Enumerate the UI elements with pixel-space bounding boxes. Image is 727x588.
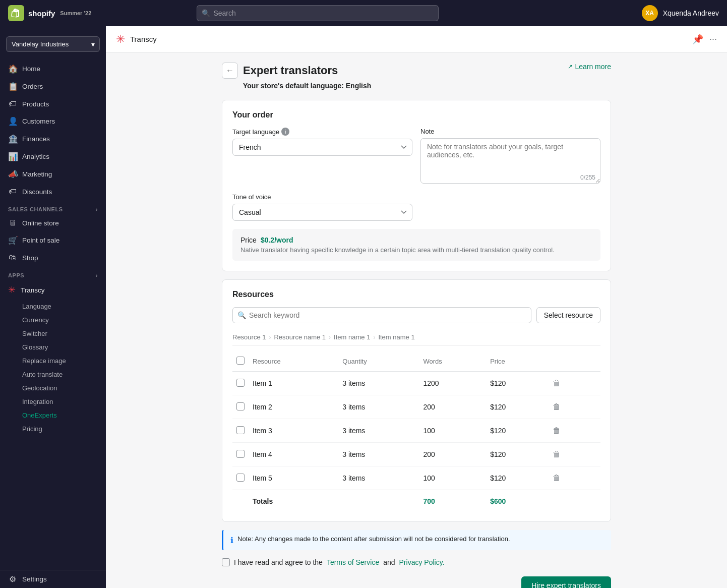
sidebar-sub-glossary[interactable]: Glossary [0, 340, 106, 354]
row-checkbox-3[interactable] [236, 450, 245, 458]
row-name-2: Item 3 [249, 419, 338, 443]
tos-link[interactable]: Terms of Service [327, 558, 379, 566]
row-checkbox-0[interactable] [236, 379, 245, 387]
sidebar-item-products[interactable]: 🏷 Products [0, 95, 106, 112]
learn-more-link[interactable]: ↗ Learn more [568, 63, 611, 71]
order-card: Your order Target language i French Note [222, 100, 611, 271]
sidebar-item-label: Analytics [22, 153, 49, 160]
customers-icon: 👤 [8, 116, 17, 126]
sidebar-sub-switcher[interactable]: Switcher [0, 327, 106, 340]
app-header-actions: 📌 ··· [692, 34, 717, 45]
row-checkbox-4[interactable] [236, 474, 245, 482]
back-button[interactable]: ← [222, 63, 238, 79]
sidebar-item-finances[interactable]: 🏦 Finances [0, 130, 106, 148]
delete-row-btn-4[interactable]: 🗑 [550, 473, 564, 484]
col-quantity: Quantity [338, 351, 419, 372]
user-name: Xquenda Andreev [663, 9, 719, 17]
sidebar-item-analytics[interactable]: 📊 Analytics [0, 148, 106, 165]
breadcrumb-item-4: Item name 1 [378, 333, 414, 341]
select-all-checkbox[interactable] [236, 357, 245, 365]
delete-row-btn-0[interactable]: 🗑 [550, 378, 564, 389]
sidebar-item-label: Shop [22, 254, 38, 262]
breadcrumb-sep-3: › [373, 334, 375, 341]
sidebar-item-discounts[interactable]: 🏷 Discounts [0, 183, 106, 200]
more-options-icon[interactable]: ··· [709, 34, 717, 44]
sidebar-item-label: Products [22, 100, 49, 108]
breadcrumb-sep-2: › [329, 334, 331, 341]
sidebar-sub-replace-image[interactable]: Replace image [0, 354, 106, 368]
sidebar-item-home[interactable]: 🏠 Home [0, 60, 106, 78]
breadcrumb-sep-1: › [269, 334, 271, 341]
delete-row-btn-3[interactable]: 🗑 [550, 449, 564, 460]
store-select-dropdown[interactable]: Vandelay Industries [6, 36, 100, 52]
sidebar-item-label: Customers [22, 117, 55, 125]
apps-arrow[interactable]: › [96, 272, 98, 278]
privacy-policy-link[interactable]: Privacy Policy. [399, 558, 445, 566]
note-textarea[interactable] [420, 138, 600, 184]
row-quantity-1: 3 items [338, 395, 419, 419]
sidebar: Vandelay Industries 🏠 Home 📋 Orders 🏷 Pr… [0, 26, 106, 588]
delete-row-btn-1[interactable]: 🗑 [550, 401, 564, 413]
submit-area: Hire expert translators [222, 576, 611, 588]
store-selector[interactable]: Vandelay Industries [6, 36, 100, 52]
external-link-icon: ↗ [568, 63, 573, 70]
col-price: Price [486, 351, 545, 372]
row-quantity-0: 3 items [338, 372, 419, 395]
page-content-area: ← Expert translators ↗ Learn more Your s… [210, 52, 623, 588]
select-resource-button[interactable]: Select resource [536, 307, 600, 323]
table-row: Item 2 3 items 200 $120 🗑 [232, 395, 600, 419]
analytics-icon: 📊 [8, 152, 17, 161]
target-language-select[interactable]: French [232, 139, 412, 156]
sidebar-sub-geolocation[interactable]: Geolocation [0, 381, 106, 395]
sidebar-sub-pricing[interactable]: Pricing [0, 422, 106, 436]
sidebar-item-point-of-sale[interactable]: 🛒 Point of sale [0, 231, 106, 249]
brand-logo-area: shopify Summer '22 [8, 5, 91, 21]
submission-note: ℹ Note: Any changes made to the content … [222, 530, 611, 550]
table-header-row: Resource Quantity Words Price [232, 351, 600, 372]
sidebar-sub-integration[interactable]: Integration [0, 395, 106, 408]
subtitle-lang: English [346, 82, 372, 90]
totals-words: 700 [419, 490, 487, 512]
col-words: Words [419, 351, 487, 372]
avatar[interactable]: XA [642, 5, 658, 21]
row-price-2: $120 [486, 419, 545, 443]
search-input[interactable] [197, 5, 439, 21]
sidebar-sub-language[interactable]: Language [0, 300, 106, 313]
finances-icon: 🏦 [8, 134, 17, 144]
target-language-info-icon[interactable]: i [281, 128, 289, 136]
terms-checkbox[interactable] [222, 558, 230, 566]
delete-row-btn-2[interactable]: 🗑 [550, 425, 564, 436]
sidebar-item-label: Home [22, 65, 40, 73]
row-price-4: $120 [486, 466, 545, 490]
sidebar-item-shop[interactable]: 🛍 Shop [0, 249, 106, 266]
resource-search-wrap: 🔍 [232, 307, 531, 323]
row-checkbox-2[interactable] [236, 426, 245, 434]
season-badge: Summer '22 [60, 10, 91, 16]
note-text: Note: Any changes made to the content af… [237, 535, 510, 543]
sidebar-item-marketing[interactable]: 📣 Marketing [0, 165, 106, 183]
row-quantity-4: 3 items [338, 466, 419, 490]
sidebar-sub-one-experts[interactable]: OneExperts [0, 408, 106, 422]
transcy-icon: ✳ [8, 284, 16, 296]
sidebar-item-online-store[interactable]: 🖥 Online store [0, 214, 106, 231]
sidebar-item-transcy[interactable]: ✳ Transcy [0, 280, 106, 300]
sidebar-sub-auto-translate[interactable]: Auto translate [0, 368, 106, 381]
sidebar-item-customers[interactable]: 👤 Customers [0, 112, 106, 130]
products-icon: 🏷 [8, 99, 17, 108]
resources-table: Resource Quantity Words Price Item 1 3 i… [232, 351, 600, 511]
transcy-app-icon: ✳ [116, 33, 125, 46]
resource-search-input[interactable] [232, 307, 531, 323]
row-words-0: 1200 [419, 372, 487, 395]
target-language-label: Target language i [232, 128, 412, 136]
sidebar-item-orders[interactable]: 📋 Orders [0, 78, 106, 95]
sales-channels-arrow[interactable]: › [96, 206, 98, 212]
page-subtitle: Your store's default language: English [243, 82, 611, 90]
sidebar-sub-currency[interactable]: Currency [0, 313, 106, 327]
row-checkbox-1[interactable] [236, 402, 245, 410]
hire-btn[interactable]: Hire expert translators [521, 576, 611, 588]
settings-icon: ⚙ [8, 574, 17, 584]
sidebar-item-settings[interactable]: ⚙ Settings [0, 570, 106, 588]
tone-select[interactable]: Casual [232, 204, 412, 221]
pin-icon[interactable]: 📌 [692, 34, 703, 45]
top-navigation: shopify Summer '22 🔍 XA Xquenda Andreev [0, 0, 727, 26]
